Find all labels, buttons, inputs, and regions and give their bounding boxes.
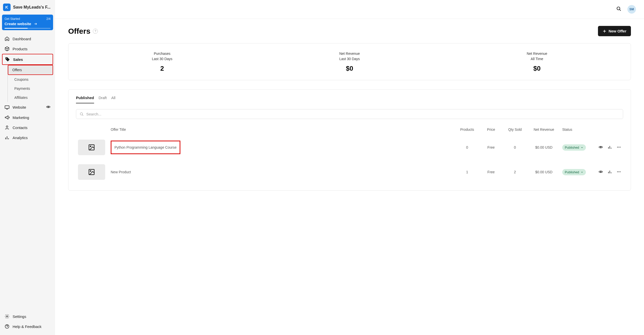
tab-published[interactable]: Published — [76, 96, 94, 103]
sidebar-item-label: Website — [13, 105, 26, 109]
subnav-offers[interactable]: Offers — [8, 65, 53, 75]
image-icon — [88, 144, 95, 151]
subnav-payments[interactable]: Payments — [10, 84, 53, 93]
get-started-card[interactable]: Get Started 2/4 Create website — [2, 15, 53, 30]
subnav-affiliates[interactable]: Affiliates — [10, 93, 53, 102]
avatar[interactable]: SM — [627, 5, 636, 14]
image-icon — [88, 169, 95, 176]
svg-point-11 — [617, 147, 618, 147]
svg-point-15 — [90, 171, 91, 172]
search-box[interactable] — [76, 109, 623, 119]
offers-table: Offer Title Products Price Qty Sold Net … — [76, 124, 623, 184]
get-started-label: Get Started — [5, 17, 20, 21]
sidebar: Save MyLeads's F... Get Started 2/4 Crea… — [0, 0, 55, 335]
svg-point-3 — [6, 126, 8, 128]
tab-draft[interactable]: Draft — [99, 96, 107, 103]
sidebar-item-label: Contacts — [13, 125, 27, 130]
th-price[interactable]: Price — [480, 124, 502, 135]
stat-netrev30: Net Revenue Last 30 Days $0 — [256, 51, 443, 72]
stats-icon[interactable] — [608, 145, 612, 150]
th-products[interactable]: Products — [455, 124, 480, 135]
sidebar-item-settings[interactable]: Settings — [2, 311, 53, 321]
preview-icon[interactable] — [598, 145, 603, 150]
content: Offers ? New Offer Purchases Last 30 Day… — [55, 19, 644, 198]
svg-point-12 — [619, 147, 619, 147]
sidebar-item-dashboard[interactable]: Dashboard — [2, 34, 53, 44]
sidebar-item-analytics[interactable]: Analytics — [2, 133, 53, 143]
cell-price: Free — [480, 135, 502, 160]
page-title: Offers — [68, 27, 90, 35]
th-qty[interactable]: Qty Sold — [502, 124, 528, 135]
sidebar-item-label: Sales — [13, 57, 23, 62]
cell-products: 1 — [455, 160, 480, 184]
get-started-progress: 2/4 — [46, 17, 51, 21]
stats-icon[interactable] — [608, 170, 612, 175]
sales-subnav: Offers Coupons Payments Affiliates — [8, 65, 53, 102]
new-offer-button[interactable]: New Offer — [598, 26, 631, 36]
sidebar-item-help[interactable]: Help & Feedback — [2, 321, 53, 331]
page-title-row: Offers ? — [68, 27, 98, 35]
sidebar-item-contacts[interactable]: Contacts — [2, 122, 53, 133]
sidebar-item-label: Marketing — [13, 115, 29, 120]
status-badge[interactable]: Published — [562, 144, 586, 151]
svg-point-10 — [600, 146, 601, 148]
svg-point-6 — [617, 7, 620, 10]
svg-point-16 — [600, 171, 601, 172]
cube-icon — [5, 46, 10, 51]
sidebar-item-label: Help & Feedback — [13, 324, 42, 329]
status-label: Published — [565, 146, 579, 149]
sidebar-item-website[interactable]: Website — [2, 102, 53, 112]
offers-card: Published Draft All Offer Title Products… — [68, 89, 631, 191]
offer-title[interactable]: Python Programming Language Course — [111, 141, 180, 154]
more-icon[interactable] — [617, 145, 621, 150]
site-title[interactable]: Save MyLeads's F... — [13, 5, 51, 10]
stat-label-1: Purchases — [68, 51, 256, 56]
offer-title[interactable]: New Product — [111, 170, 131, 174]
progress-bar — [5, 28, 51, 29]
cell-net: $0.00 USD — [528, 160, 560, 184]
stat-purchases: Purchases Last 30 Days 2 — [68, 51, 256, 72]
svg-point-7 — [80, 113, 83, 115]
svg-point-2 — [48, 106, 49, 108]
sidebar-item-label: Products — [13, 47, 27, 51]
main: SM Offers ? New Offer Purchases Last 30 … — [55, 0, 644, 335]
preview-icon[interactable] — [598, 170, 603, 175]
th-status[interactable]: Status — [560, 124, 593, 135]
chevron-down-icon — [581, 146, 583, 149]
sidebar-item-label: Dashboard — [13, 37, 31, 41]
stats-card: Purchases Last 30 Days 2 Net Revenue Las… — [68, 43, 631, 80]
stat-value: $0 — [256, 65, 443, 72]
bar-chart-icon — [5, 135, 10, 140]
new-offer-label: New Offer — [609, 29, 626, 33]
get-started-cta: Create website — [5, 22, 31, 26]
cell-products: 0 — [455, 135, 480, 160]
status-badge[interactable]: Published — [562, 169, 586, 175]
svg-point-0 — [6, 58, 7, 59]
sidebar-item-sales[interactable]: Sales — [2, 54, 53, 65]
svg-point-17 — [617, 171, 618, 172]
tag-icon — [5, 57, 10, 62]
sidebar-item-label: Analytics — [13, 136, 28, 140]
more-icon[interactable] — [617, 170, 621, 175]
sidebar-item-marketing[interactable]: Marketing — [2, 112, 53, 122]
th-net[interactable]: Net Revenue — [528, 124, 560, 135]
gear-icon — [5, 314, 10, 319]
sidebar-item-products[interactable]: Products — [2, 44, 53, 54]
stat-label-2: All Time — [443, 56, 631, 62]
search-input[interactable] — [86, 112, 619, 116]
plus-icon — [602, 29, 607, 33]
offer-thumbnail — [78, 164, 105, 180]
help-circle-icon[interactable]: ? — [93, 29, 98, 34]
eye-icon[interactable] — [46, 105, 51, 110]
table-row[interactable]: Python Programming Language Course 0 Fre… — [76, 135, 623, 160]
subnav-coupons[interactable]: Coupons — [10, 75, 53, 84]
th-title[interactable]: Offer Title — [109, 124, 455, 135]
stat-label-2: Last 30 Days — [256, 56, 443, 62]
tab-all[interactable]: All — [111, 96, 115, 103]
search-icon[interactable] — [616, 6, 621, 12]
app-logo[interactable] — [3, 4, 11, 11]
stat-label-1: Net Revenue — [443, 51, 631, 56]
stat-label-1: Net Revenue — [256, 51, 443, 56]
cell-price: Free — [480, 160, 502, 184]
table-row[interactable]: New Product 1 Free 2 $0.00 USD Published — [76, 160, 623, 184]
